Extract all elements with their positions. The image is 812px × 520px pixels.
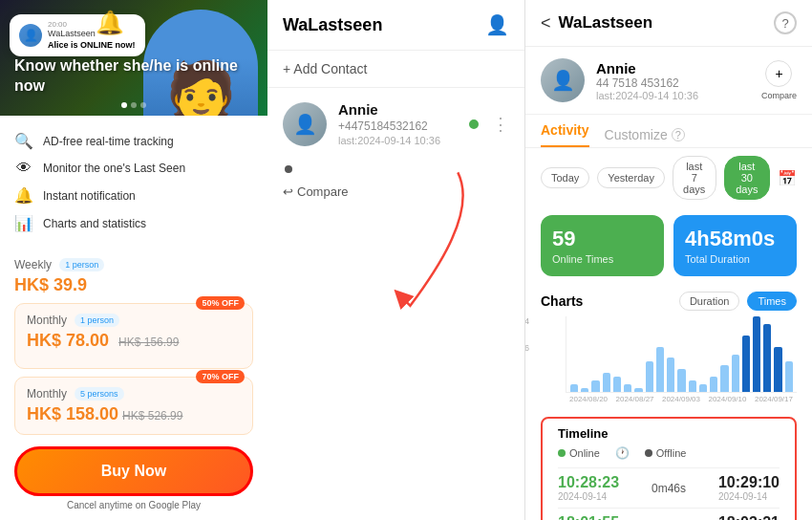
feature-text-4: Charts and statistics — [43, 217, 146, 230]
chart-x-labels: 2024/08/20 2024/08/27 2024/09/03 2024/09… — [566, 393, 797, 405]
monthly-1-badge: 1 person — [75, 314, 119, 327]
profile-name: Annie — [596, 60, 750, 76]
chart-bar-12 — [699, 384, 707, 392]
monthly-5-card: 70% OFF Monthly 5 persons HK$ 158.00 HK$… — [14, 377, 253, 435]
chart-bar-8 — [656, 347, 664, 392]
stat-online-times: 59 Online Times — [541, 215, 664, 276]
toggle-duration[interactable]: Duration — [679, 292, 740, 311]
hero-notification: 👤 20:00 WaLastseen Alice is ONLINE now! — [10, 14, 145, 56]
contact-info: Annie +4475184532162 last:2024-09-14 10:… — [338, 101, 456, 146]
charts-title: Charts — [541, 293, 583, 309]
period-30days[interactable]: last 30 days — [724, 156, 770, 200]
hero-section: 👤 20:00 WaLastseen Alice is ONLINE now! … — [0, 0, 267, 116]
period-row: Today Yesterday last 7 days last 30 days… — [525, 148, 812, 207]
weekly-price: HK$ 39.9 — [14, 275, 253, 295]
y-label-0: 0 — [525, 396, 529, 405]
monthly-1-label: Monthly — [27, 314, 67, 327]
dot-2 — [131, 102, 137, 108]
timeline-row-2: 18:01:55 2024-09-13 1m25s 18:03:21 2024-… — [558, 508, 780, 520]
chart-bar-19 — [774, 347, 781, 392]
legend-online: Online — [558, 447, 600, 459]
timeline-title: Timeline — [558, 426, 780, 441]
charts-section: Charts Duration Times 24 16 8 0 2024/08/… — [525, 284, 812, 413]
legend-online-label: Online — [569, 447, 600, 459]
tab-customize[interactable]: Customize ? — [605, 127, 685, 142]
buy-now-button[interactable]: Buy Now — [14, 446, 253, 496]
back-button[interactable]: < — [541, 13, 551, 33]
y-label-8: 8 — [525, 369, 529, 379]
chart-bar-14 — [720, 365, 728, 392]
hero-headline: Know whether she/he is online now — [14, 56, 267, 97]
monthly-1-price-row: HK$ 78.00 HK$ 156.99 — [27, 331, 241, 358]
chart-bar-10 — [677, 369, 685, 392]
profile-number: 44 7518 453162 — [596, 76, 750, 90]
tabs-row: Activity Customize ? — [525, 115, 812, 148]
cancel-text: Cancel anytime on Google Play — [14, 500, 253, 510]
monthly-5-label: Monthly — [27, 387, 67, 401]
compare-text[interactable]: Compare — [297, 184, 348, 199]
start-time-2: 18:01:55 — [558, 514, 619, 520]
y-label-16: 16 — [525, 343, 529, 353]
customize-label[interactable]: Customize — [605, 127, 668, 142]
feature-text-2: Monitor the one's Last Seen — [43, 162, 185, 175]
feature-1: 🔍 AD-free real-time tracking — [14, 127, 253, 155]
feature-icon-2: 👁 — [14, 160, 33, 177]
x-label-1: 2024/08/20 — [569, 395, 608, 403]
period-yesterday[interactable]: Yesterday — [597, 167, 665, 188]
timeline-end-1: 10:29:10 2024-09-14 — [718, 474, 780, 502]
add-contact-row[interactable]: + Add Contact — [267, 51, 524, 88]
dot-row — [267, 160, 524, 177]
contact-item-annie[interactable]: 👤 Annie +4475184532162 last:2024-09-14 1… — [267, 88, 524, 160]
duration-1: 0m46s — [652, 482, 686, 495]
chart-container: 24 16 8 0 2024/08/20 2024/08/27 2024/09/… — [541, 316, 797, 405]
tab-activity[interactable]: Activity — [541, 122, 589, 147]
context-menu-icon[interactable]: ⋮ — [492, 114, 509, 135]
monthly-5-price: HK$ 158.00 — [27, 404, 118, 424]
contact-lastseen: last:2024-09-14 10:36 — [338, 135, 456, 146]
dot-3 — [140, 102, 146, 108]
toggle-times[interactable]: Times — [747, 292, 797, 311]
chart-bars — [566, 316, 797, 392]
dot-1 — [121, 102, 127, 108]
hero-dots — [121, 102, 146, 108]
x-label-5: 2024/09/17 — [755, 395, 793, 403]
help-button[interactable]: ? — [774, 11, 797, 34]
feature-icon-1: 🔍 — [14, 132, 33, 150]
legend-offline-label: Offline — [656, 447, 687, 459]
chart-bar-20 — [785, 361, 793, 392]
chart-bar-11 — [689, 380, 696, 392]
x-label-4: 2024/09/10 — [708, 395, 746, 403]
weekly-badge: 1 person — [59, 258, 104, 271]
compare-section[interactable]: + Compare — [761, 60, 797, 100]
timeline-section: Timeline Online 🕐 Offline 10:28:23 2024-… — [541, 417, 797, 520]
period-7days[interactable]: last 7 days — [673, 156, 716, 200]
end-time-2: 18:03:21 — [718, 514, 780, 520]
notif-message: Alice is ONLINE now! — [48, 40, 136, 50]
calendar-icon[interactable]: 📅 — [778, 169, 797, 187]
period-today[interactable]: Today — [541, 167, 589, 188]
customize-help-icon: ? — [672, 128, 685, 141]
weekly-label: Weekly — [14, 258, 52, 271]
monthly-5-strike: HK$ 526.99 — [122, 409, 182, 422]
chart-bar-2 — [591, 380, 599, 392]
chart-bar-15 — [732, 355, 739, 393]
compare-icon: ↩ — [283, 184, 293, 199]
compare-link[interactable]: ↩ Compare — [267, 177, 524, 206]
chart-bar-3 — [603, 373, 610, 392]
add-contact-button[interactable]: + Add Contact — [283, 61, 367, 76]
charts-header: Charts Duration Times — [541, 292, 797, 311]
timeline-start-2: 18:01:55 2024-09-13 — [558, 514, 619, 520]
compare-button[interactable]: + — [765, 60, 792, 87]
chart-bar-4 — [613, 377, 621, 392]
start-date-1: 2024-09-14 — [558, 491, 619, 502]
charts-toggle: Duration Times — [679, 292, 797, 311]
offline-dot-legend — [645, 449, 652, 457]
timeline-start-1: 10:28:23 2024-09-14 — [558, 474, 619, 502]
chart-bar-13 — [710, 377, 717, 392]
timeline-row-1: 10:28:23 2024-09-14 0m46s 10:29:10 2024-… — [558, 467, 780, 508]
middle-title: WaLastseen — [283, 15, 382, 35]
status-dot — [285, 165, 292, 173]
total-duration-value: 4h58m0s — [685, 227, 785, 251]
feature-2: 👁 Monitor the one's Last Seen — [14, 155, 253, 182]
total-duration-label: Total Duration — [685, 253, 785, 265]
